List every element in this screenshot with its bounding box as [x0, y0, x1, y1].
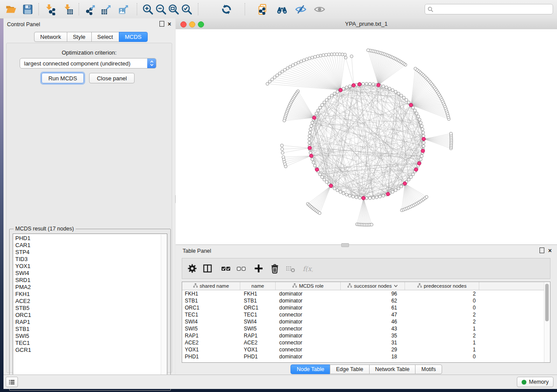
column-header-successor-nodes[interactable]: successor nodes: [341, 282, 405, 290]
graph-dominator-node[interactable]: [308, 146, 311, 150]
graph-node[interactable]: [344, 56, 347, 59]
float-table-panel-icon[interactable]: [540, 248, 544, 253]
run-mcds-button[interactable]: Run MCDS: [42, 73, 84, 83]
save-session-icon[interactable]: [20, 2, 35, 16]
mcds-result-item[interactable]: ORC1: [15, 312, 167, 319]
zoom-selected-icon[interactable]: [179, 2, 194, 16]
split-columns-icon[interactable]: [201, 262, 214, 275]
mcds-result-item[interactable]: TID3: [15, 256, 167, 263]
graph-node[interactable]: [283, 119, 286, 122]
graph-node[interactable]: [322, 54, 325, 57]
graph-node[interactable]: [281, 70, 284, 73]
graph-node[interactable]: [318, 106, 322, 109]
import-table-icon[interactable]: [60, 2, 75, 16]
graph-node[interactable]: [391, 190, 394, 193]
graph-node[interactable]: [336, 189, 339, 192]
mcds-result-item[interactable]: STB1: [15, 326, 167, 333]
graph-node[interactable]: [308, 57, 311, 60]
graph-node[interactable]: [312, 161, 315, 164]
graph-node[interactable]: [348, 194, 351, 197]
graph-node[interactable]: [291, 64, 294, 67]
graph-dominator-node[interactable]: [422, 137, 426, 141]
tab-mcds[interactable]: MCDS: [119, 32, 148, 42]
table-row[interactable]: STB1STB1dominator620: [182, 297, 544, 304]
graph-node[interactable]: [286, 67, 289, 70]
graph-node[interactable]: [266, 83, 269, 86]
mcds-result-item[interactable]: SRD1: [15, 277, 167, 284]
graph-node[interactable]: [305, 58, 308, 61]
zoom-in-icon[interactable]: [140, 2, 155, 16]
graph-node[interactable]: [325, 99, 328, 102]
graph-node[interactable]: [311, 56, 314, 59]
graph-node[interactable]: [362, 83, 365, 86]
graph-node[interactable]: [391, 89, 394, 92]
table-scrollbar-track[interactable]: [544, 282, 550, 362]
graph-node[interactable]: [422, 144, 425, 148]
graph-node[interactable]: [281, 151, 284, 155]
graph-node[interactable]: [297, 61, 300, 64]
graph-node[interactable]: [336, 90, 339, 93]
graph-node[interactable]: [327, 53, 330, 56]
mcds-result-item[interactable]: SWI4: [15, 270, 167, 277]
graph-node[interactable]: [278, 72, 281, 75]
mcds-result-item[interactable]: PMA2: [15, 284, 167, 291]
graph-node[interactable]: [328, 96, 331, 99]
graph-node[interactable]: [355, 196, 358, 199]
graph-dominator-node[interactable]: [339, 88, 342, 92]
graph-node[interactable]: [345, 193, 348, 196]
hide-selected-icon[interactable]: [293, 2, 308, 16]
graph-node[interactable]: [276, 74, 279, 77]
graph-node[interactable]: [325, 53, 328, 56]
tab-select[interactable]: Select: [91, 32, 119, 42]
graph-node[interactable]: [321, 175, 324, 179]
graph-node[interactable]: [308, 131, 311, 134]
close-table-panel-icon[interactable]: ×: [548, 248, 552, 253]
graph-node[interactable]: [419, 121, 422, 124]
graph-node[interactable]: [367, 49, 370, 52]
graph-node[interactable]: [382, 85, 385, 88]
graph-dominator-node[interactable]: [329, 184, 332, 187]
graph-node[interactable]: [310, 124, 313, 127]
graph-node[interactable]: [280, 144, 284, 147]
table-row[interactable]: FKH1FKH1dominator962: [182, 290, 544, 297]
close-panel-icon[interactable]: ×: [168, 21, 171, 27]
graph-node[interactable]: [333, 187, 336, 190]
mcds-result-item[interactable]: YOX1: [15, 263, 167, 270]
graph-node[interactable]: [302, 59, 305, 62]
graph-node[interactable]: [330, 53, 333, 56]
mcds-result-item[interactable]: CAR1: [15, 242, 167, 249]
graph-node[interactable]: [294, 62, 297, 65]
graph-node[interactable]: [271, 78, 274, 81]
mcds-result-item[interactable]: STB5: [15, 305, 167, 312]
graph-node[interactable]: [397, 187, 400, 190]
table-row[interactable]: TEC1TEC1connector472: [182, 311, 544, 318]
search-input[interactable]: [433, 5, 553, 14]
open-file-icon[interactable]: [3, 2, 18, 16]
graph-node[interactable]: [400, 94, 403, 97]
graph-node[interactable]: [342, 192, 345, 195]
tab-node-table[interactable]: Node Table: [291, 364, 330, 374]
graph-node[interactable]: [352, 195, 355, 198]
table-row[interactable]: YOX1YOX1connector291: [182, 346, 544, 353]
graph-node[interactable]: [415, 112, 418, 115]
graph-dominator-node[interactable]: [421, 149, 425, 153]
graph-node[interactable]: [311, 121, 314, 124]
graph-node[interactable]: [382, 194, 385, 197]
select-all-icon[interactable]: [219, 262, 232, 275]
graph-dominator-node[interactable]: [386, 192, 390, 196]
table-row[interactable]: PHD1PHD1dominator180: [182, 353, 544, 360]
graph-node[interactable]: [419, 158, 422, 161]
mcds-result-item[interactable]: TEC1: [15, 340, 167, 347]
add-column-icon[interactable]: [252, 262, 265, 275]
graph-node[interactable]: [394, 90, 397, 93]
graph-node[interactable]: [318, 173, 322, 176]
graph-node[interactable]: [330, 94, 333, 97]
graph-dominator-node[interactable]: [362, 196, 365, 200]
graph-dominator-node[interactable]: [409, 103, 413, 107]
graph-node[interactable]: [368, 83, 371, 86]
graph-node[interactable]: [273, 76, 276, 79]
table-row[interactable]: SWI4SWI4dominator462: [182, 318, 544, 325]
import-network-icon[interactable]: [42, 2, 57, 16]
deselect-all-icon[interactable]: [235, 262, 248, 275]
graph-node[interactable]: [418, 118, 421, 121]
